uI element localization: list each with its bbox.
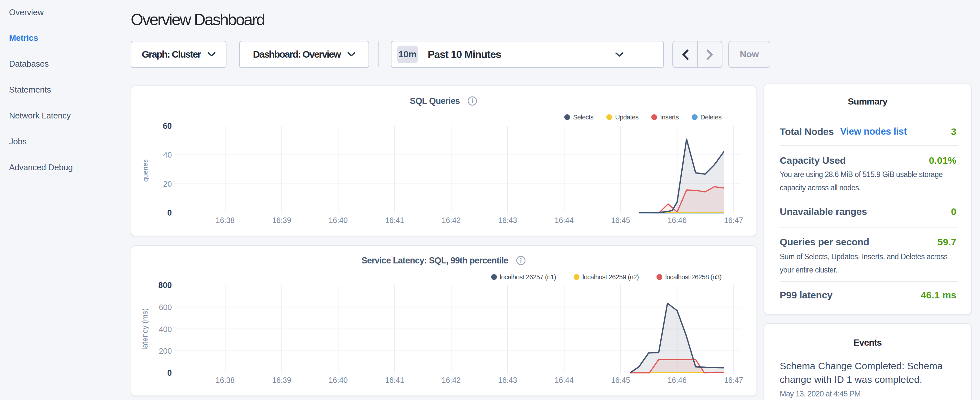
svg-text:16:40: 16:40	[329, 376, 348, 384]
svg-text:16:38: 16:38	[216, 376, 235, 384]
svg-text:16:39: 16:39	[272, 376, 291, 384]
svg-text:16:47: 16:47	[724, 376, 743, 384]
svg-text:16:41: 16:41	[385, 376, 404, 384]
svg-text:16:44: 16:44	[555, 216, 574, 225]
svg-text:16:43: 16:43	[498, 376, 517, 384]
svg-text:40: 40	[163, 150, 172, 159]
svg-text:16:39: 16:39	[272, 216, 291, 225]
svg-text:16:42: 16:42	[442, 216, 461, 225]
svg-text:16:42: 16:42	[442, 376, 461, 384]
svg-text:400: 400	[159, 325, 172, 334]
svg-text:16:45: 16:45	[611, 216, 630, 225]
svg-text:16:43: 16:43	[498, 216, 517, 225]
svg-text:16:45: 16:45	[611, 376, 630, 384]
svg-text:0: 0	[167, 368, 172, 377]
svg-text:16:40: 16:40	[329, 216, 348, 225]
svg-text:600: 600	[159, 303, 172, 312]
svg-text:60: 60	[163, 121, 172, 131]
svg-text:16:44: 16:44	[555, 376, 574, 384]
svg-text:16:46: 16:46	[667, 376, 687, 384]
svg-text:800: 800	[158, 280, 172, 290]
svg-text:16:46: 16:46	[667, 216, 687, 225]
svg-text:16:41: 16:41	[385, 216, 404, 225]
svg-text:16:47: 16:47	[724, 216, 743, 225]
svg-text:20: 20	[163, 180, 172, 188]
svg-text:16:38: 16:38	[216, 216, 235, 225]
svg-text:200: 200	[159, 347, 172, 355]
svg-text:0: 0	[167, 208, 172, 217]
